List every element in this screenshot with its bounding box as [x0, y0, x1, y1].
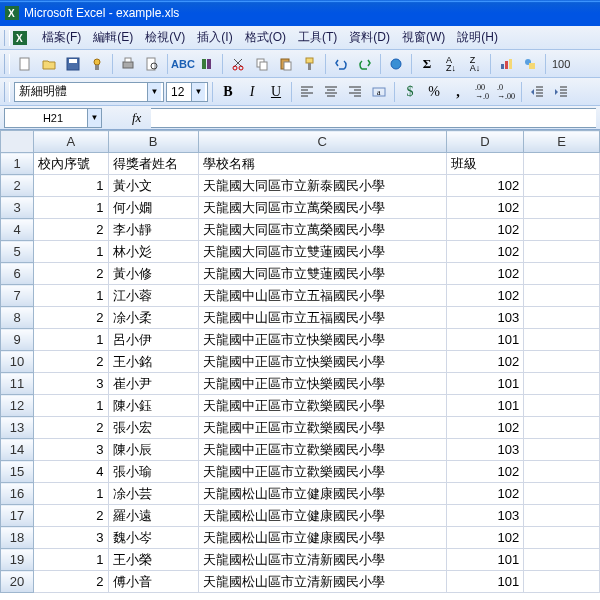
cell[interactable]: 2 [33, 505, 108, 527]
cell[interactable]: 4 [33, 461, 108, 483]
cell[interactable]: 3 [33, 527, 108, 549]
cell[interactable] [524, 263, 600, 285]
row-header[interactable]: 18 [1, 527, 34, 549]
menu-help[interactable]: 說明(H) [451, 27, 504, 48]
cell[interactable]: 天龍國松山區市立健康國民小學 [198, 505, 446, 527]
row-header[interactable]: 17 [1, 505, 34, 527]
cell[interactable] [524, 549, 600, 571]
col-header-B[interactable]: B [108, 131, 198, 153]
cell[interactable]: 陳小鈺 [108, 395, 198, 417]
cell[interactable] [524, 373, 600, 395]
cell[interactable] [524, 395, 600, 417]
row-header[interactable]: 15 [1, 461, 34, 483]
row-header[interactable]: 2 [1, 175, 34, 197]
cell[interactable]: 林小彣 [108, 241, 198, 263]
cell[interactable]: 102 [446, 219, 523, 241]
italic-button[interactable]: I [241, 81, 263, 103]
cell[interactable]: 天龍國大同區市立萬榮國民小學 [198, 197, 446, 219]
increase-indent-icon[interactable] [550, 81, 572, 103]
row-header[interactable]: 8 [1, 307, 34, 329]
chevron-down-icon[interactable]: ▼ [191, 83, 205, 101]
cell[interactable]: 2 [33, 307, 108, 329]
cell[interactable]: 凃小芸 [108, 483, 198, 505]
cell[interactable]: 101 [446, 373, 523, 395]
cell[interactable]: 1 [33, 329, 108, 351]
cell[interactable]: 魏小岑 [108, 527, 198, 549]
cell[interactable]: 3 [33, 439, 108, 461]
cell[interactable]: 103 [446, 505, 523, 527]
cell[interactable]: 天龍國中山區市立五福國民小學 [198, 307, 446, 329]
cell[interactable]: 102 [446, 483, 523, 505]
font-size-select[interactable]: 12 ▼ [166, 82, 208, 102]
autosum-icon[interactable]: Σ [416, 53, 438, 75]
cell[interactable]: 天龍國大同區市立萬榮國民小學 [198, 219, 446, 241]
cell[interactable]: 1 [33, 483, 108, 505]
cell[interactable]: 傅小音 [108, 571, 198, 593]
menu-insert[interactable]: 插入(I) [191, 27, 238, 48]
cell[interactable] [524, 285, 600, 307]
cell[interactable]: 天龍國大同區市立雙蓮國民小學 [198, 263, 446, 285]
cell[interactable] [524, 329, 600, 351]
research-icon[interactable] [196, 53, 218, 75]
cell[interactable]: 天龍國松山區市立清新國民小學 [198, 571, 446, 593]
formula-input[interactable] [151, 108, 596, 128]
col-header-E[interactable]: E [524, 131, 600, 153]
decrease-decimal-icon[interactable]: .0→.00 [495, 81, 517, 103]
cell[interactable] [524, 219, 600, 241]
cell[interactable]: 102 [446, 263, 523, 285]
cell[interactable]: 103 [446, 439, 523, 461]
chart-icon[interactable] [495, 53, 517, 75]
cell[interactable]: 天龍國松山區市立健康國民小學 [198, 527, 446, 549]
cell[interactable]: 2 [33, 417, 108, 439]
drawing-icon[interactable] [519, 53, 541, 75]
permission-icon[interactable] [86, 53, 108, 75]
cell[interactable]: 101 [446, 549, 523, 571]
redo-icon[interactable] [354, 53, 376, 75]
cell[interactable]: 102 [446, 351, 523, 373]
cell[interactable]: 天龍國中正區市立快樂國民小學 [198, 351, 446, 373]
format-painter-icon[interactable] [299, 53, 321, 75]
cell[interactable]: 1 [33, 241, 108, 263]
spelling-icon[interactable]: ABC [172, 53, 194, 75]
cell[interactable] [524, 505, 600, 527]
col-header-C[interactable]: C [198, 131, 446, 153]
row-header[interactable]: 20 [1, 571, 34, 593]
row-header[interactable]: 11 [1, 373, 34, 395]
toolbar-grip[interactable] [4, 82, 10, 102]
currency-icon[interactable]: $ [399, 81, 421, 103]
cell[interactable]: 天龍國中山區市立五福國民小學 [198, 285, 446, 307]
cell[interactable]: 101 [446, 571, 523, 593]
cell[interactable] [524, 461, 600, 483]
cell[interactable] [524, 241, 600, 263]
cell[interactable]: 黃小修 [108, 263, 198, 285]
cell[interactable] [524, 417, 600, 439]
spreadsheet-grid[interactable]: A B C D E 1 校內序號 得獎者姓名 學校名稱 班級 21黃小文天龍國大… [0, 130, 600, 600]
menu-tools[interactable]: 工具(T) [292, 27, 343, 48]
row-header[interactable]: 19 [1, 549, 34, 571]
menu-edit[interactable]: 編輯(E) [87, 27, 139, 48]
sort-desc-icon[interactable]: ZA↓ [464, 53, 486, 75]
cell[interactable]: 3 [33, 373, 108, 395]
font-name-select[interactable]: 新細明體 ▼ [14, 82, 164, 102]
underline-button[interactable]: U [265, 81, 287, 103]
row-header[interactable]: 10 [1, 351, 34, 373]
comma-icon[interactable]: , [447, 81, 469, 103]
row-header[interactable]: 14 [1, 439, 34, 461]
align-center-icon[interactable] [320, 81, 342, 103]
preview-icon[interactable] [141, 53, 163, 75]
row-header[interactable]: 13 [1, 417, 34, 439]
cell[interactable]: 天龍國中正區市立歡樂國民小學 [198, 461, 446, 483]
cell[interactable]: 102 [446, 417, 523, 439]
cell[interactable] [524, 351, 600, 373]
menu-view[interactable]: 檢視(V) [139, 27, 191, 48]
cell[interactable]: 103 [446, 307, 523, 329]
cell[interactable]: 呂小伊 [108, 329, 198, 351]
merge-center-icon[interactable]: a [368, 81, 390, 103]
row-header[interactable]: 9 [1, 329, 34, 351]
cell[interactable]: 2 [33, 571, 108, 593]
row-header[interactable]: 12 [1, 395, 34, 417]
cell[interactable]: 1 [33, 395, 108, 417]
menu-window[interactable]: 視窗(W) [396, 27, 451, 48]
cut-icon[interactable] [227, 53, 249, 75]
decrease-indent-icon[interactable] [526, 81, 548, 103]
